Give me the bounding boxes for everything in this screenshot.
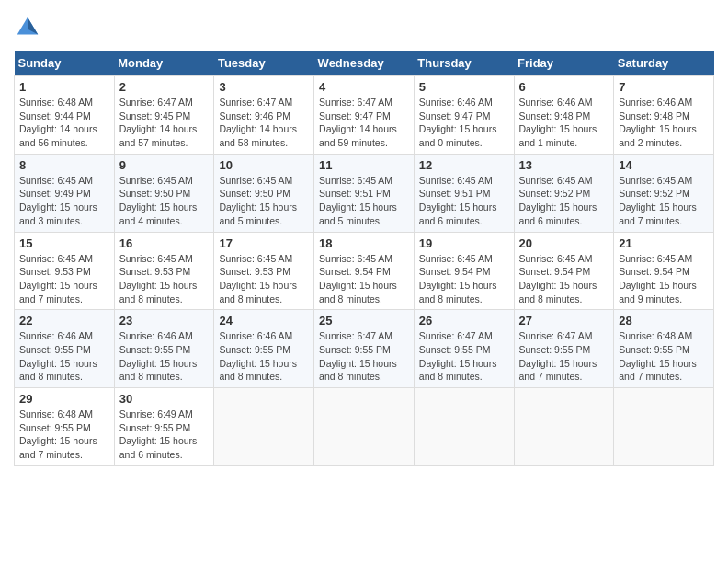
calendar-cell: 1Sunrise: 6:48 AM Sunset: 9:44 PM Daylig… bbox=[15, 76, 115, 155]
calendar-cell: 11Sunrise: 6:45 AM Sunset: 9:51 PM Dayli… bbox=[314, 154, 415, 232]
day-number: 21 bbox=[619, 236, 709, 250]
day-number: 27 bbox=[519, 314, 609, 327]
day-number: 25 bbox=[319, 314, 409, 327]
day-number: 26 bbox=[419, 314, 509, 327]
day-number: 9 bbox=[119, 158, 210, 172]
day-info: Sunrise: 6:47 AM Sunset: 9:47 PM Dayligh… bbox=[319, 96, 409, 150]
day-number: 16 bbox=[119, 236, 210, 250]
calendar-cell: 25Sunrise: 6:47 AM Sunset: 9:55 PM Dayli… bbox=[314, 310, 415, 388]
day-info: Sunrise: 6:47 AM Sunset: 9:55 PM Dayligh… bbox=[519, 329, 609, 384]
calendar-cell: 4Sunrise: 6:47 AM Sunset: 9:47 PM Daylig… bbox=[314, 76, 415, 155]
day-number: 8 bbox=[19, 158, 109, 172]
day-number: 18 bbox=[319, 236, 409, 250]
calendar-cell: 17Sunrise: 6:45 AM Sunset: 9:53 PM Dayli… bbox=[214, 232, 314, 310]
calendar-header-thursday: Thursday bbox=[414, 51, 514, 76]
day-info: Sunrise: 6:45 AM Sunset: 9:50 PM Dayligh… bbox=[219, 174, 309, 228]
calendar-cell: 24Sunrise: 6:46 AM Sunset: 9:55 PM Dayli… bbox=[214, 310, 314, 388]
calendar-cell: 20Sunrise: 6:45 AM Sunset: 9:54 PM Dayli… bbox=[514, 232, 614, 310]
calendar-header-wednesday: Wednesday bbox=[314, 51, 415, 76]
day-info: Sunrise: 6:47 AM Sunset: 9:46 PM Dayligh… bbox=[219, 96, 309, 150]
calendar-week-row-1: 1Sunrise: 6:48 AM Sunset: 9:44 PM Daylig… bbox=[15, 76, 714, 155]
calendar-cell: 14Sunrise: 6:45 AM Sunset: 9:52 PM Dayli… bbox=[614, 154, 714, 232]
day-info: Sunrise: 6:48 AM Sunset: 9:55 PM Dayligh… bbox=[619, 329, 709, 384]
day-info: Sunrise: 6:45 AM Sunset: 9:53 PM Dayligh… bbox=[219, 252, 309, 306]
day-info: Sunrise: 6:47 AM Sunset: 9:55 PM Dayligh… bbox=[319, 329, 409, 384]
calendar-cell bbox=[514, 388, 614, 466]
calendar-cell: 13Sunrise: 6:45 AM Sunset: 9:52 PM Dayli… bbox=[514, 154, 614, 232]
day-number: 12 bbox=[419, 158, 509, 172]
calendar-week-row-3: 15Sunrise: 6:45 AM Sunset: 9:53 PM Dayli… bbox=[15, 232, 714, 310]
day-number: 10 bbox=[219, 158, 309, 172]
calendar-header-tuesday: Tuesday bbox=[214, 51, 314, 76]
day-info: Sunrise: 6:45 AM Sunset: 9:52 PM Dayligh… bbox=[519, 174, 609, 228]
calendar-cell: 6Sunrise: 6:46 AM Sunset: 9:48 PM Daylig… bbox=[514, 76, 614, 155]
day-info: Sunrise: 6:46 AM Sunset: 9:47 PM Dayligh… bbox=[419, 96, 509, 150]
calendar-header-row: SundayMondayTuesdayWednesdayThursdayFrid… bbox=[15, 51, 714, 76]
day-number: 23 bbox=[119, 314, 210, 327]
day-info: Sunrise: 6:45 AM Sunset: 9:54 PM Dayligh… bbox=[419, 252, 509, 306]
calendar-cell bbox=[414, 388, 514, 466]
calendar-cell: 2Sunrise: 6:47 AM Sunset: 9:45 PM Daylig… bbox=[114, 76, 214, 155]
calendar-header-monday: Monday bbox=[114, 51, 214, 76]
calendar-cell: 12Sunrise: 6:45 AM Sunset: 9:51 PM Dayli… bbox=[414, 154, 514, 232]
day-info: Sunrise: 6:45 AM Sunset: 9:52 PM Dayligh… bbox=[619, 174, 709, 228]
day-info: Sunrise: 6:45 AM Sunset: 9:51 PM Dayligh… bbox=[319, 174, 409, 228]
calendar-cell: 8Sunrise: 6:45 AM Sunset: 9:49 PM Daylig… bbox=[15, 154, 115, 232]
calendar-cell: 7Sunrise: 6:46 AM Sunset: 9:48 PM Daylig… bbox=[614, 76, 714, 155]
calendar-cell: 22Sunrise: 6:46 AM Sunset: 9:55 PM Dayli… bbox=[15, 310, 115, 388]
day-number: 14 bbox=[619, 158, 709, 172]
calendar-cell: 29Sunrise: 6:48 AM Sunset: 9:55 PM Dayli… bbox=[15, 388, 115, 466]
day-number: 5 bbox=[419, 80, 509, 94]
day-number: 6 bbox=[519, 80, 609, 94]
day-number: 17 bbox=[219, 236, 309, 250]
calendar-cell: 27Sunrise: 6:47 AM Sunset: 9:55 PM Dayli… bbox=[514, 310, 614, 388]
day-info: Sunrise: 6:45 AM Sunset: 9:54 PM Dayligh… bbox=[619, 252, 709, 306]
day-number: 24 bbox=[219, 314, 309, 327]
calendar-cell: 23Sunrise: 6:46 AM Sunset: 9:55 PM Dayli… bbox=[114, 310, 214, 388]
day-info: Sunrise: 6:46 AM Sunset: 9:48 PM Dayligh… bbox=[619, 96, 709, 150]
day-info: Sunrise: 6:45 AM Sunset: 9:54 PM Dayligh… bbox=[319, 252, 409, 306]
calendar-cell bbox=[614, 388, 714, 466]
calendar-week-row-4: 22Sunrise: 6:46 AM Sunset: 9:55 PM Dayli… bbox=[15, 310, 714, 388]
calendar-header-sunday: Sunday bbox=[15, 51, 115, 76]
calendar-cell: 28Sunrise: 6:48 AM Sunset: 9:55 PM Dayli… bbox=[614, 310, 714, 388]
calendar-cell bbox=[314, 388, 415, 466]
logo-icon bbox=[14, 14, 41, 41]
calendar-cell: 18Sunrise: 6:45 AM Sunset: 9:54 PM Dayli… bbox=[314, 232, 415, 310]
calendar-table: SundayMondayTuesdayWednesdayThursdayFrid… bbox=[14, 51, 714, 466]
day-number: 3 bbox=[219, 80, 309, 94]
calendar-cell: 10Sunrise: 6:45 AM Sunset: 9:50 PM Dayli… bbox=[214, 154, 314, 232]
calendar-cell: 30Sunrise: 6:49 AM Sunset: 9:55 PM Dayli… bbox=[114, 388, 214, 466]
day-number: 13 bbox=[519, 158, 609, 172]
day-info: Sunrise: 6:48 AM Sunset: 9:44 PM Dayligh… bbox=[19, 96, 109, 150]
calendar-cell: 19Sunrise: 6:45 AM Sunset: 9:54 PM Dayli… bbox=[414, 232, 514, 310]
calendar-week-row-2: 8Sunrise: 6:45 AM Sunset: 9:49 PM Daylig… bbox=[15, 154, 714, 232]
day-info: Sunrise: 6:46 AM Sunset: 9:55 PM Dayligh… bbox=[19, 329, 109, 384]
calendar-header-saturday: Saturday bbox=[614, 51, 714, 76]
calendar-cell: 16Sunrise: 6:45 AM Sunset: 9:53 PM Dayli… bbox=[114, 232, 214, 310]
day-info: Sunrise: 6:45 AM Sunset: 9:50 PM Dayligh… bbox=[119, 174, 210, 228]
day-number: 4 bbox=[319, 80, 409, 94]
calendar-cell: 21Sunrise: 6:45 AM Sunset: 9:54 PM Dayli… bbox=[614, 232, 714, 310]
day-info: Sunrise: 6:45 AM Sunset: 9:51 PM Dayligh… bbox=[419, 174, 509, 228]
day-info: Sunrise: 6:49 AM Sunset: 9:55 PM Dayligh… bbox=[119, 408, 210, 462]
page-header bbox=[14, 14, 714, 41]
calendar-cell: 15Sunrise: 6:45 AM Sunset: 9:53 PM Dayli… bbox=[15, 232, 115, 310]
day-number: 28 bbox=[619, 314, 709, 327]
day-number: 7 bbox=[619, 80, 709, 94]
day-info: Sunrise: 6:45 AM Sunset: 9:53 PM Dayligh… bbox=[19, 252, 109, 306]
day-info: Sunrise: 6:46 AM Sunset: 9:55 PM Dayligh… bbox=[219, 329, 309, 384]
calendar-cell: 3Sunrise: 6:47 AM Sunset: 9:46 PM Daylig… bbox=[214, 76, 314, 155]
calendar-cell: 26Sunrise: 6:47 AM Sunset: 9:55 PM Dayli… bbox=[414, 310, 514, 388]
calendar-week-row-5: 29Sunrise: 6:48 AM Sunset: 9:55 PM Dayli… bbox=[15, 388, 714, 466]
day-info: Sunrise: 6:46 AM Sunset: 9:48 PM Dayligh… bbox=[519, 96, 609, 150]
day-info: Sunrise: 6:45 AM Sunset: 9:53 PM Dayligh… bbox=[119, 252, 210, 306]
day-number: 20 bbox=[519, 236, 609, 250]
day-info: Sunrise: 6:45 AM Sunset: 9:54 PM Dayligh… bbox=[519, 252, 609, 306]
day-number: 1 bbox=[19, 80, 109, 94]
day-number: 11 bbox=[319, 158, 409, 172]
day-number: 22 bbox=[19, 314, 109, 327]
day-number: 29 bbox=[19, 392, 109, 406]
calendar-cell: 5Sunrise: 6:46 AM Sunset: 9:47 PM Daylig… bbox=[414, 76, 514, 155]
calendar-cell bbox=[214, 388, 314, 466]
